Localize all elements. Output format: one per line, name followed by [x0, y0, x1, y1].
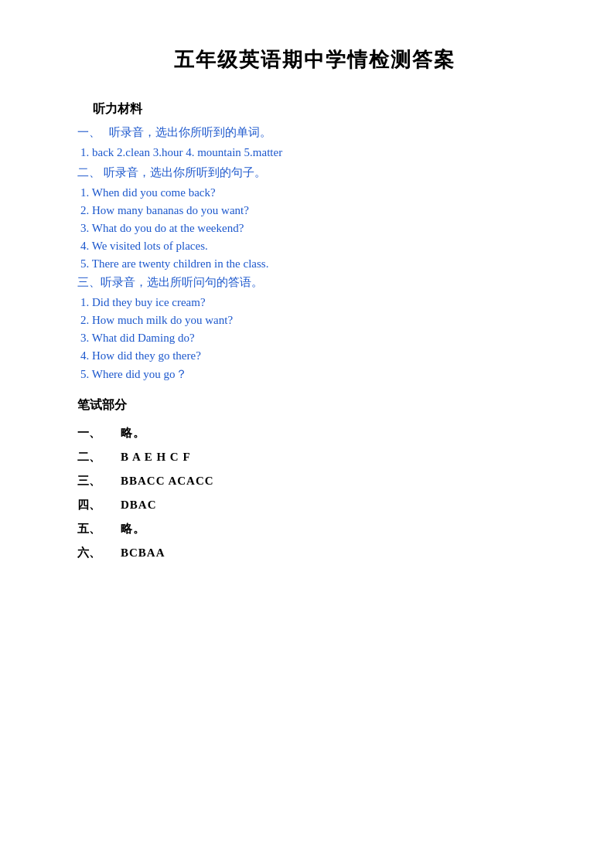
section3-item-5: 5. Where did you go？	[80, 367, 552, 382]
section1-answers: 1. back 2.clean 3.hour 4. mountain 5.mat…	[80, 146, 552, 159]
written-answer-2: B A E H C F	[121, 451, 191, 464]
written-answer-1: 略。	[121, 426, 145, 441]
written-section: 笔试部分 一、 略。 二、 B A E H C F 三、 BBACC ACACC…	[77, 397, 552, 560]
listening-section: 听力材料 一、 听录音，选出你所听到的单词。 1. back 2.clean 3…	[77, 101, 552, 382]
section3-label: 三、听录音，选出所听问句的答语。	[77, 275, 552, 290]
section3-item-1: 1. Did they buy ice cream?	[80, 296, 552, 309]
page-title: 五年级英语期中学情检测答案	[77, 46, 552, 73]
section3-item-3: 3. What did Daming do?	[80, 332, 552, 345]
written-answer-3: BBACC ACACC	[121, 475, 214, 488]
written-answer-5: 略。	[121, 522, 145, 536]
section3-item-2: 2. How much milk do you want?	[80, 314, 552, 327]
written-item-3: 三、 BBACC ACACC	[77, 474, 552, 488]
section2-item-1: 1. When did you come back?	[80, 186, 552, 199]
written-item-1: 一、 略。	[77, 426, 552, 441]
section2-item-3: 3. What do you do at the weekend?	[80, 222, 552, 235]
section2-item-2: 2. How many bananas do you want?	[80, 204, 552, 217]
written-item-4: 四、 DBAC	[77, 498, 552, 512]
listening-section-3: 三、听录音，选出所听问句的答语。 1. Did they buy ice cre…	[77, 275, 552, 382]
written-header: 笔试部分	[77, 397, 552, 414]
section3-item-4: 4. How did they go there?	[80, 349, 552, 363]
written-label-4: 四、	[77, 498, 108, 512]
written-answer-4: DBAC	[121, 499, 157, 512]
written-label-5: 五、	[77, 522, 108, 536]
written-answer-6: BCBAA	[121, 546, 165, 560]
section2-label: 二、 听录音，选出你所听到的句子。	[77, 165, 552, 180]
written-item-5: 五、 略。	[77, 522, 552, 536]
section2-item-5: 5. There are twenty children in the clas…	[80, 257, 552, 271]
section1-label: 一、 听录音，选出你所听到的单词。	[77, 125, 552, 140]
written-item-2: 二、 B A E H C F	[77, 450, 552, 465]
written-label-6: 六、	[77, 546, 108, 560]
written-label-3: 三、	[77, 474, 108, 488]
listening-section-1: 一、 听录音，选出你所听到的单词。 1. back 2.clean 3.hour…	[77, 125, 552, 159]
listening-section-2: 二、 听录音，选出你所听到的句子。 1. When did you come b…	[77, 165, 552, 271]
listening-header: 听力材料	[93, 101, 552, 117]
written-label-2: 二、	[77, 450, 108, 465]
section2-item-4: 4. We visited lots of places.	[80, 240, 552, 253]
written-label-1: 一、	[77, 426, 108, 441]
written-item-6: 六、 BCBAA	[77, 546, 552, 560]
